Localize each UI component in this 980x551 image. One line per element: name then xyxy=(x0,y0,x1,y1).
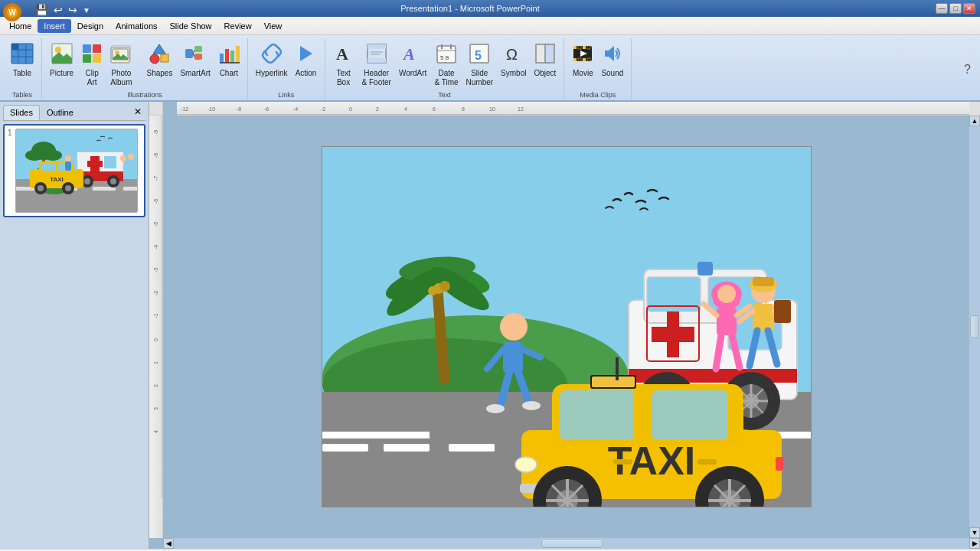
svg-rect-179 xyxy=(717,308,737,335)
shapes-icon xyxy=(149,43,170,67)
object-label: Object xyxy=(534,69,556,78)
ribbon-btn-movie[interactable]: Movie xyxy=(569,41,596,80)
svg-rect-31 xyxy=(236,46,240,63)
scrollbar-up-btn[interactable]: ▲ xyxy=(969,116,980,126)
text-group-label: Text xyxy=(438,91,451,99)
svg-point-91 xyxy=(65,185,71,191)
wordart-label: WordArt xyxy=(399,69,427,78)
svg-text:3: 3 xyxy=(153,407,158,410)
svg-text:0: 0 xyxy=(153,338,158,341)
close-btn[interactable]: ✕ xyxy=(963,3,975,14)
svg-rect-203 xyxy=(613,459,632,465)
svg-rect-158 xyxy=(652,327,694,342)
ribbon: Table Tables Picture xyxy=(0,35,980,102)
ribbon-btn-sound[interactable]: Sound xyxy=(598,41,626,80)
svg-rect-196 xyxy=(652,390,728,440)
ribbon-btn-clipart[interactable]: Clip Art xyxy=(78,41,106,89)
ribbon-btn-table[interactable]: Table xyxy=(8,41,37,80)
svg-rect-59 xyxy=(587,58,590,61)
table-icon xyxy=(11,43,34,67)
maximize-btn[interactable]: □ xyxy=(949,3,962,14)
svg-rect-77 xyxy=(87,161,103,167)
ribbon-group-illustrations: Picture Clip Art xyxy=(42,38,248,100)
svg-rect-37 xyxy=(368,58,386,63)
svg-rect-137 xyxy=(322,444,368,452)
tables-group-label: Tables xyxy=(12,91,32,99)
textbox-icon: A xyxy=(333,43,354,67)
ribbon-btn-datetime[interactable]: 5 8 Date & Time xyxy=(431,41,461,89)
ribbon-btn-shapes[interactable]: Shapes xyxy=(143,41,175,80)
svg-text:5: 5 xyxy=(475,49,482,62)
table-label: Table xyxy=(13,69,31,78)
ribbon-btn-photoalbum[interactable]: Photo Album xyxy=(107,41,135,89)
slide-canvas[interactable]: TAXI xyxy=(322,146,812,507)
menu-design[interactable]: Design xyxy=(71,19,109,33)
svg-rect-220 xyxy=(776,457,783,471)
help-icon[interactable]: ? xyxy=(964,63,971,77)
title-bar: W 💾 ↩ ↪ ▼ Presentation1 - Microsoft Powe… xyxy=(0,0,980,17)
ribbon-btn-slidenumber[interactable]: 5 Slide Number xyxy=(463,41,497,89)
qa-dropdown-btn[interactable]: ▼ xyxy=(81,5,92,15)
slide-thumbnail-1[interactable]: 1 xyxy=(3,124,145,217)
ribbon-btn-object[interactable]: Object xyxy=(531,41,559,80)
svg-rect-153 xyxy=(697,262,713,276)
minimize-btn[interactable]: — xyxy=(936,3,948,14)
ruler-corner xyxy=(149,102,163,116)
svg-point-9 xyxy=(55,47,61,53)
svg-text:-2: -2 xyxy=(321,106,325,112)
menu-view[interactable]: View xyxy=(258,19,289,33)
office-button[interactable]: W xyxy=(3,3,21,21)
scrollbar-down-btn[interactable]: ▼ xyxy=(969,527,980,538)
slide-canvas-area[interactable]: TAXI xyxy=(163,116,969,538)
tab-outline[interactable]: Outline xyxy=(40,105,80,120)
ribbon-btn-picture[interactable]: Picture xyxy=(47,41,77,80)
menu-review[interactable]: Review xyxy=(218,19,258,33)
ribbon-btn-headerfooter[interactable]: Header & Footer xyxy=(359,41,394,89)
mediaclips-group-label: Media Clips xyxy=(580,91,616,99)
textbox-label: Text Box xyxy=(336,69,350,87)
ribbon-btn-textbox[interactable]: A Text Box xyxy=(330,41,358,89)
svg-point-82 xyxy=(110,178,116,184)
scrollbar-thumb-h[interactable] xyxy=(541,539,603,548)
symbol-icon: Ω xyxy=(503,43,524,67)
undo-qa-btn[interactable]: ↩ xyxy=(52,3,64,17)
ribbon-btn-symbol[interactable]: Ω Symbol xyxy=(498,41,529,80)
svg-rect-30 xyxy=(230,51,234,63)
vertical-scrollbar[interactable]: ▲ ▼ xyxy=(969,116,980,538)
shapes-label: Shapes xyxy=(146,69,172,78)
svg-point-92 xyxy=(65,155,71,161)
svg-marker-61 xyxy=(605,46,614,61)
slide-thumb-image: TAXI xyxy=(15,129,138,213)
scrollbar-right-btn[interactable]: ▶ xyxy=(969,538,980,549)
ribbon-btn-hyperlink[interactable]: Hyperlink xyxy=(253,41,291,80)
svg-text:-6: -6 xyxy=(264,106,269,112)
headerfooter-icon xyxy=(366,43,387,67)
menu-slideshow[interactable]: Slide Show xyxy=(164,19,218,33)
svg-point-143 xyxy=(500,313,528,341)
menu-animations[interactable]: Animations xyxy=(109,19,163,33)
save-qa-btn[interactable]: 💾 xyxy=(34,3,50,17)
svg-rect-11 xyxy=(83,44,91,53)
editing-area: -9 -8 -7 -6 -5 -4 -3 -2 -1 0 1 2 3 4 xyxy=(149,116,980,538)
chart-label: Chart xyxy=(220,69,238,78)
ribbon-btn-chart[interactable]: Chart xyxy=(215,41,243,80)
ribbon-btn-wordart[interactable]: A WordArt xyxy=(396,41,430,80)
ribbon-btn-smartart[interactable]: SmartArt xyxy=(177,41,213,80)
tab-slides[interactable]: Slides xyxy=(3,105,40,120)
svg-rect-144 xyxy=(503,342,523,373)
redo-qa-btn[interactable]: ↪ xyxy=(67,3,79,17)
ruler-left: -9 -8 -7 -6 -5 -4 -3 -2 -1 0 1 2 3 4 xyxy=(149,116,163,538)
datetime-label: Date & Time xyxy=(434,69,458,87)
svg-text:1: 1 xyxy=(153,361,158,364)
ribbon-group-links: Hyperlink Action Links xyxy=(248,38,325,100)
scrollbar-left-btn[interactable]: ◀ xyxy=(163,538,174,549)
panel-close-btn[interactable]: ✕ xyxy=(130,105,145,120)
menu-insert[interactable]: Insert xyxy=(38,19,71,33)
svg-point-135 xyxy=(428,286,437,295)
svg-text:A: A xyxy=(402,44,415,64)
horizontal-scrollbar[interactable]: ◀ ▶ xyxy=(163,538,980,549)
svg-rect-78 xyxy=(104,156,116,168)
svg-text:-5: -5 xyxy=(153,222,158,227)
scrollbar-thumb-v[interactable] xyxy=(970,315,979,338)
ribbon-btn-action[interactable]: Action xyxy=(292,41,320,80)
